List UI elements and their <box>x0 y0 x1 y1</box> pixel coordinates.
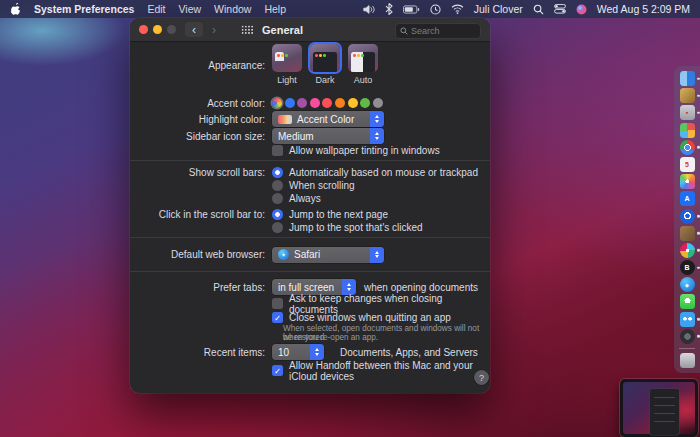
forward-button[interactable]: › <box>205 22 223 37</box>
dock-icon-clipboard-app[interactable]: ▪ <box>680 105 695 120</box>
thumbnail-window <box>650 389 679 435</box>
wallpaper-tint-checkbox[interactable] <box>272 145 283 156</box>
menu-bar: System Preferences Edit View Window Help… <box>0 0 700 18</box>
help-button[interactable]: ? <box>474 370 489 385</box>
appearance-option-light[interactable]: Light <box>272 44 302 85</box>
running-indicator <box>697 146 700 149</box>
accent-pink[interactable] <box>310 98 320 108</box>
appearance-option-auto[interactable]: Auto <box>348 44 378 85</box>
scrollbars-radio-always[interactable] <box>272 193 283 204</box>
running-indicator <box>697 215 700 218</box>
spotlight-icon[interactable] <box>533 4 544 15</box>
scroll-click-label: Click in the scroll bar to: <box>130 209 272 220</box>
window-titlebar[interactable]: ‹ › General <box>130 18 490 42</box>
menu-view[interactable]: View <box>179 3 202 15</box>
dock-icon-launchpad[interactable] <box>680 123 695 138</box>
sidebar-size-label: Sidebar icon size: <box>130 131 272 142</box>
menu-help[interactable]: Help <box>264 3 286 15</box>
dock-icon-calendar[interactable]: 5 <box>680 157 695 172</box>
back-button[interactable]: ‹ <box>185 22 203 37</box>
search-input[interactable] <box>411 26 471 36</box>
accent-multicolor[interactable] <box>272 98 282 108</box>
volume-icon[interactable] <box>363 4 375 15</box>
recent-items-select[interactable]: 10 <box>272 344 324 360</box>
dock-icon-gold-app[interactable] <box>680 88 695 103</box>
recent-items-suffix: Documents, Apps, and Servers <box>340 347 478 358</box>
scroll-click-radio-spot[interactable] <box>272 222 283 233</box>
highlight-swatch <box>278 115 292 124</box>
stepper-icon <box>310 344 324 360</box>
running-indicator <box>697 249 700 252</box>
scroll-click-radio-next-page[interactable] <box>272 209 283 220</box>
handoff-label: Allow Handoff between this Mac and your … <box>289 360 490 382</box>
accent-red[interactable] <box>322 98 332 108</box>
siri-icon[interactable] <box>576 4 587 15</box>
appearance-option-dark[interactable]: Dark <box>310 44 340 85</box>
control-center-icon[interactable] <box>554 4 566 14</box>
dock: ▪5AB◆ <box>674 66 700 373</box>
scrollbars-row-3: Always <box>130 192 490 204</box>
dock-icon-safari[interactable]: ◆ <box>680 277 695 292</box>
bluetooth-icon[interactable] <box>385 3 393 15</box>
sidebar-size-select[interactable]: Medium <box>272 128 384 144</box>
menu-bar-clock[interactable]: Wed Aug 5 2:09 PM <box>597 3 690 15</box>
accent-orange[interactable] <box>335 98 345 108</box>
dock-icon-tweetbot[interactable] <box>680 312 695 327</box>
accent-graphite[interactable] <box>373 98 383 108</box>
scrollbars-radio-when-scrolling[interactable] <box>272 180 283 191</box>
dock-icon-bear-app[interactable]: B <box>680 260 695 275</box>
apple-menu-icon[interactable] <box>10 3 21 16</box>
handoff-checkbox[interactable]: ✓ <box>272 365 283 376</box>
dock-icon-chrome[interactable] <box>680 140 695 155</box>
wifi-icon[interactable] <box>451 4 464 14</box>
thumbnail-wallpaper <box>623 382 695 434</box>
close-windows-row: ✓ Close windows when quitting an app <box>130 311 490 324</box>
browser-row: Default web browser: ✦ Safari <box>130 246 490 263</box>
scroll-click-row-2: Jump to the spot that's clicked <box>130 221 490 233</box>
browser-select[interactable]: ✦ Safari <box>272 247 384 263</box>
accent-purple[interactable] <box>297 98 307 108</box>
appearance-thumb-auto[interactable] <box>348 44 378 72</box>
dock-icon-trash[interactable] <box>680 353 695 368</box>
battery-icon[interactable] <box>403 5 420 14</box>
close-windows-checkbox[interactable]: ✓ <box>272 312 283 323</box>
close-button[interactable] <box>139 25 148 34</box>
section-divider <box>130 237 490 238</box>
menu-edit[interactable]: Edit <box>147 3 165 15</box>
minimized-window-thumbnail[interactable] <box>620 379 698 437</box>
zoom-button[interactable] <box>167 25 176 34</box>
stepper-icon <box>370 128 384 144</box>
section-divider <box>130 160 490 161</box>
dock-icon-app-store[interactable]: A <box>680 191 695 206</box>
dock-icon-box-app[interactable] <box>680 226 695 241</box>
dock-icon-photos[interactable] <box>680 174 695 189</box>
appearance-row: Appearance: Light Dark Auto <box>130 43 490 85</box>
highlight-color-select[interactable]: Accent Color <box>272 111 384 127</box>
search-icon <box>400 27 408 35</box>
dock-icon-finder[interactable] <box>680 71 695 86</box>
scrollbars-row-2: When scrolling <box>130 179 490 191</box>
appearance-thumb-dark[interactable] <box>310 44 340 72</box>
search-field[interactable] <box>395 23 481 39</box>
fast-user-switch[interactable]: Juli Clover <box>474 3 523 15</box>
time-machine-icon[interactable] <box>430 4 441 15</box>
menu-window[interactable]: Window <box>214 3 251 15</box>
dock-icon-onepassword[interactable] <box>680 209 695 224</box>
ask-keep-row: Ask to keep changes when closing documen… <box>130 297 490 310</box>
dock-divider <box>679 348 695 349</box>
show-all-grid-icon[interactable] <box>241 25 253 34</box>
dock-icon-messages[interactable] <box>680 294 695 309</box>
accent-blue[interactable] <box>285 98 295 108</box>
running-indicator <box>697 94 700 97</box>
close-windows-label: Close windows when quitting an app <box>289 312 451 323</box>
minimize-button[interactable] <box>153 25 162 34</box>
menu-app-name[interactable]: System Preferences <box>34 3 134 15</box>
highlight-color-row: Highlight color: Accent Color <box>130 111 490 127</box>
ask-keep-checkbox[interactable] <box>272 298 283 309</box>
dock-icon-slack[interactable] <box>680 243 695 258</box>
accent-yellow[interactable] <box>348 98 358 108</box>
appearance-thumb-light[interactable] <box>272 44 302 72</box>
scrollbars-radio-auto[interactable] <box>272 167 283 178</box>
dock-icon-camera-app[interactable] <box>680 329 695 344</box>
accent-green[interactable] <box>360 98 370 108</box>
